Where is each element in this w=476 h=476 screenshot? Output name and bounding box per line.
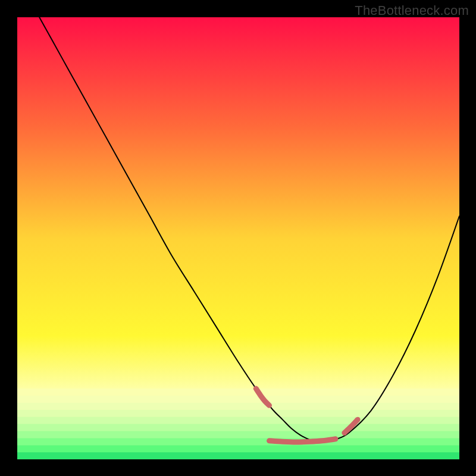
bottom-band <box>17 424 459 431</box>
series-highlight-bottom <box>270 439 336 442</box>
bottom-band <box>17 417 459 424</box>
bottom-band <box>17 403 459 410</box>
bottom-band <box>17 389 459 396</box>
bottom-band <box>17 431 459 438</box>
watermark-text: TheBottleneck.com <box>355 3 469 18</box>
bottom-band <box>17 452 459 459</box>
chart-area <box>17 17 459 459</box>
bottom-band <box>17 396 459 403</box>
chart-svg <box>17 17 459 459</box>
bottom-band <box>17 410 459 417</box>
bottom-band <box>17 438 459 445</box>
bottom-band <box>17 445 459 452</box>
